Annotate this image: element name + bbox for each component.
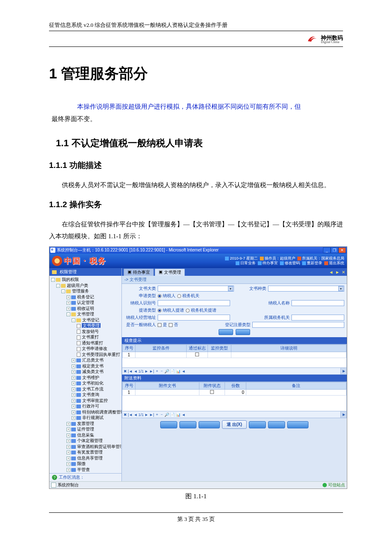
toggle-icon[interactable]: + bbox=[66, 445, 70, 449]
tree-bgc[interactable]: 半管查 bbox=[77, 467, 90, 472]
tree-wscx[interactable]: 文书查询 bbox=[82, 392, 99, 397]
grid2-toolbar[interactable]: ✖ |◄ ◄ 1/1 ► ►| ＋ － 🔎 📄 📊 ◄ ▶ bbox=[122, 411, 346, 418]
toggle-icon[interactable]: + bbox=[66, 428, 70, 431]
tree-wssl[interactable]: 文书受理 bbox=[82, 323, 101, 328]
toggle-icon[interactable]: + bbox=[66, 295, 70, 299]
tree-xxcj[interactable]: 信息采集 bbox=[77, 433, 94, 437]
link-todo[interactable]: 待办事宜 bbox=[262, 261, 278, 265]
nav-tree[interactable]: -我的权限 -超级用户类 -管理服务 +税务登记 +认定管理 +税收证 bbox=[49, 276, 121, 473]
nav-next-icon[interactable]: ► ►| bbox=[144, 413, 154, 417]
toggle-icon[interactable]: + bbox=[72, 364, 75, 368]
tree-gtdegl[interactable]: 个体定额管理 bbox=[77, 438, 103, 443]
tree-fgxh[interactable]: 发放销号 bbox=[82, 329, 99, 334]
link-daily[interactable]: 日常业务 bbox=[240, 261, 256, 265]
toggle-icon[interactable]: - bbox=[51, 278, 55, 282]
nav-more-icon[interactable]: 🔎 📄 📊 ◄ bbox=[164, 369, 185, 373]
select-wszl[interactable]: ▼ bbox=[268, 286, 344, 292]
tree-fpgl[interactable]: 发票管理 bbox=[77, 421, 94, 426]
action-btn-5[interactable] bbox=[268, 421, 285, 428]
toggle-icon[interactable]: + bbox=[72, 405, 75, 408]
tree-ysfpgl[interactable]: 有奖发票管理 bbox=[77, 450, 103, 454]
radio-nsr[interactable] bbox=[158, 294, 161, 298]
toggle-icon[interactable]: + bbox=[66, 307, 70, 311]
radio-swjgtq[interactable] bbox=[186, 309, 190, 312]
g2-r1-status-chk[interactable] bbox=[210, 390, 214, 394]
tree-rdgl[interactable]: 认定管理 bbox=[77, 300, 94, 305]
action-btn-1[interactable] bbox=[160, 421, 177, 428]
toggle-icon[interactable]: - bbox=[56, 284, 60, 288]
radio-nsrtq[interactable] bbox=[158, 309, 161, 312]
toggle-icon[interactable]: + bbox=[72, 382, 75, 385]
tree-tbtzcx[interactable]: 特别纳税调查调整管理 bbox=[82, 410, 121, 414]
chk-yes[interactable] bbox=[158, 323, 161, 327]
nav-first-icon[interactable]: ✖ bbox=[124, 413, 127, 417]
nav-del-icon[interactable]: － bbox=[160, 368, 164, 374]
link-exit[interactable]: 退出系统 bbox=[329, 261, 344, 265]
action-btn-3[interactable] bbox=[199, 421, 220, 428]
form-btn-2[interactable] bbox=[236, 329, 250, 335]
toggle-icon[interactable]: + bbox=[72, 358, 75, 362]
toggle-icon[interactable]: + bbox=[72, 410, 75, 414]
tree-swdj[interactable]: 税务登记 bbox=[77, 295, 94, 299]
nav-add-icon[interactable]: ＋ bbox=[155, 368, 159, 374]
tree-mgmtsvc[interactable]: 管理服务 bbox=[72, 289, 89, 293]
toggle-icon[interactable]: + bbox=[66, 301, 70, 305]
toggle-icon[interactable]: + bbox=[66, 457, 70, 460]
tab-wssl[interactable]: ▣ 文书受理 bbox=[155, 269, 185, 276]
tree-jmnws[interactable]: 减免类文书 bbox=[82, 369, 104, 374]
tree-hz[interactable]: 划账 bbox=[77, 473, 86, 473]
exit-button[interactable]: 退 出(X) bbox=[222, 420, 247, 429]
nav-prev-icon[interactable]: |◄ ◄ bbox=[128, 369, 138, 373]
chk-no[interactable] bbox=[169, 323, 173, 327]
tree-my-perm[interactable]: 我的权限 bbox=[62, 277, 79, 282]
toggle-icon[interactable]: - bbox=[66, 312, 70, 316]
action-btn-6[interactable] bbox=[287, 421, 308, 428]
tree-xj[interactable]: 限缴 bbox=[77, 461, 86, 466]
toggle-icon[interactable]: + bbox=[72, 370, 75, 374]
scroll-right-icon[interactable]: ▶ bbox=[340, 411, 346, 418]
tree-wswh[interactable]: 文书维护 bbox=[82, 375, 99, 380]
close-button[interactable]: ✕ bbox=[338, 247, 346, 253]
scroll-right-icon[interactable]: ▶ bbox=[340, 368, 346, 374]
tree-sszm[interactable]: 税收证明 bbox=[77, 306, 94, 311]
tree-xxgxgl[interactable]: 信息共享管理 bbox=[77, 456, 103, 460]
tree-tzscd[interactable]: 通知书重打 bbox=[82, 341, 103, 345]
tree-hznws[interactable]: 汇总类文书 bbox=[82, 358, 104, 362]
input-ssswjg[interactable] bbox=[291, 315, 344, 321]
toggle-icon[interactable]: + bbox=[66, 434, 70, 437]
tree-wscsh[interactable]: 文书初始化 bbox=[82, 381, 104, 385]
tree-wszcd[interactable]: 文书重打 bbox=[82, 335, 99, 339]
tab-todo[interactable]: ▣ 待办事宜 bbox=[124, 269, 154, 276]
toggle-icon[interactable]: + bbox=[66, 422, 70, 426]
toggle-icon[interactable]: + bbox=[72, 387, 75, 391]
restore-button[interactable]: ❐ bbox=[331, 247, 338, 253]
g1-r1-pass-chk[interactable] bbox=[195, 353, 199, 356]
toggle-icon[interactable]: + bbox=[72, 416, 75, 420]
tree-wsgl[interactable]: 文书管理 bbox=[77, 312, 94, 316]
tree-wssqxg[interactable]: 文书申请修改 bbox=[82, 346, 107, 351]
input-djzclx[interactable] bbox=[252, 322, 344, 328]
tree-superuser[interactable]: 超级用户类 bbox=[67, 283, 88, 288]
toggle-icon[interactable]: + bbox=[66, 439, 70, 443]
tree-scjgdzmgl[interactable]: 审查酒精购货证明单管理 bbox=[77, 444, 121, 449]
toggle-icon[interactable]: + bbox=[66, 462, 70, 466]
input-nsrmc[interactable] bbox=[291, 300, 344, 306]
tree-fhgcs[interactable]: 非行规测试 bbox=[82, 415, 104, 420]
select-wsdl[interactable]: ▼ bbox=[158, 286, 234, 292]
tree-xzxk[interactable]: 行政许可 bbox=[82, 404, 99, 408]
action-btn-4[interactable] bbox=[249, 421, 266, 428]
tab-close-icon[interactable]: ✕ bbox=[342, 270, 345, 275]
form-btn-1[interactable] bbox=[219, 329, 233, 335]
minimize-button[interactable]: _ bbox=[323, 247, 331, 253]
link-pwd[interactable]: 修改密码 bbox=[285, 261, 300, 265]
nav-add-icon[interactable]: ＋ bbox=[155, 412, 159, 417]
table-row[interactable]: 1 0 bbox=[123, 390, 346, 396]
toggle-icon[interactable]: - bbox=[72, 318, 75, 322]
table-row[interactable]: 1 bbox=[123, 352, 346, 358]
nav-del-icon[interactable]: － bbox=[160, 412, 164, 417]
tab-next-icon[interactable]: ► bbox=[335, 270, 340, 275]
input-nsrsbh[interactable] bbox=[158, 300, 230, 306]
tree-zjgl[interactable]: 证件管理 bbox=[77, 427, 94, 431]
toggle-icon[interactable]: + bbox=[72, 399, 75, 403]
toggle-icon[interactable]: - bbox=[61, 289, 65, 293]
